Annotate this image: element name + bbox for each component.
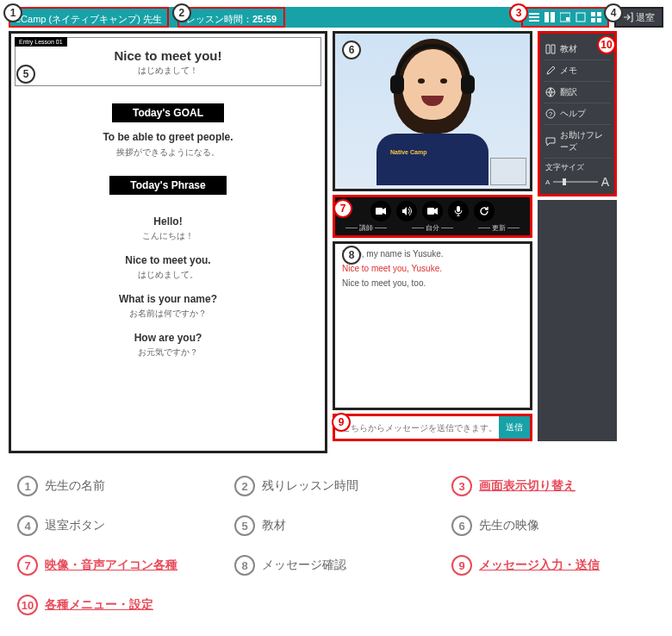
phrase-item: Hello! こんにちは！: [15, 215, 321, 242]
entry-tag: Entry Lesson 01: [15, 37, 67, 47]
marker-3: 3: [509, 3, 528, 22]
chat-message: Hello, my name is Yusuke.: [342, 249, 523, 259]
legend-grid: 1先生の名前 2残りレッスン時間 3画面表示切り替え 4退室ボタン 5教材 6先…: [17, 476, 655, 615]
side-item-translate[interactable]: 翻訳: [544, 82, 611, 103]
legend-text: 映像・音声アイコン各種: [45, 558, 177, 573]
legend-text: 先生の映像: [479, 518, 539, 533]
refresh-button[interactable]: [474, 201, 495, 221]
side-item-help[interactable]: ? ヘルプ: [544, 103, 611, 125]
material-title-en: Nice to meet you!: [19, 48, 317, 63]
phrase-en: What is your name?: [15, 293, 321, 305]
header-bar: eCamp (ネイティブキャンプ) 先生 1 レッスン時間：25:59 2 3 …: [9, 7, 663, 28]
svg-rect-1: [529, 16, 539, 18]
col-video-chat: 6 Native Camp 7: [333, 31, 532, 453]
instructor-figure: Native Camp: [402, 49, 463, 120]
legend-item[interactable]: 3画面表示切り替え: [451, 476, 655, 496]
book-icon: [545, 44, 556, 54]
legend-item[interactable]: 9メッセージ入力・送信: [451, 555, 655, 576]
legend-item[interactable]: 7映像・音声アイコン各種: [17, 555, 221, 576]
phrase-jp: こんにちは！: [15, 230, 321, 242]
phrase-item: How are you? お元気ですか？: [15, 332, 321, 359]
side-item-phrases[interactable]: お助けフレーズ: [544, 125, 611, 159]
chat-log-panel: 8 Hello, my name is Yusuke. Nice to meet…: [333, 241, 532, 410]
media-controls-panel: 7 講師 自分 更新: [333, 195, 532, 238]
instructor-camera-button[interactable]: [370, 201, 391, 221]
textsize-row: 文字サイズ A A: [544, 159, 611, 189]
self-mic-button[interactable]: [448, 201, 469, 221]
svg-rect-11: [597, 18, 601, 22]
shirt-logo: Native Camp: [390, 149, 426, 155]
legend-item: 5教材: [234, 515, 438, 536]
svg-text:?: ?: [549, 110, 553, 118]
media-controls: [339, 199, 526, 223]
svg-rect-10: [591, 18, 595, 22]
svg-rect-3: [544, 12, 549, 22]
side-label: 翻訳: [560, 86, 577, 98]
exit-label: 退室: [636, 11, 655, 24]
label-refresh: 更新: [476, 223, 521, 233]
goal-jp: 挨拶ができるようになる。: [15, 147, 321, 159]
side-item-memo[interactable]: メモ: [544, 60, 611, 82]
legend-text: 退室ボタン: [45, 518, 105, 533]
phrase-en: Hello!: [15, 215, 321, 228]
svg-rect-12: [376, 208, 383, 215]
phrase-jp: お名前は何ですか？: [15, 308, 321, 320]
svg-rect-13: [427, 208, 434, 215]
timer-label: レッスン時間：: [186, 14, 252, 24]
phrase-jp: お元気ですか？: [15, 346, 321, 359]
side-label: ヘルプ: [560, 108, 586, 120]
phrase-en: How are you?: [15, 332, 321, 344]
instructor-audio-button[interactable]: [396, 201, 417, 221]
phrase-band: Today's Phrase: [109, 176, 226, 195]
timer-value: 25:59: [252, 14, 277, 24]
chat-input[interactable]: [335, 416, 499, 439]
layout-full-icon[interactable]: [575, 11, 587, 23]
legend-text: 各種メニュー・設定: [45, 597, 153, 613]
self-camera-button[interactable]: [422, 201, 443, 221]
svg-rect-14: [457, 206, 460, 212]
svg-rect-4: [551, 12, 555, 22]
material-title-jp: はじめまして！: [19, 65, 317, 77]
marker-2: 2: [172, 3, 191, 22]
layout-list-icon[interactable]: [528, 11, 540, 23]
col-material: 5 Entry Lesson 01 Nice to meet you! はじめま…: [9, 31, 327, 453]
app-root: eCamp (ネイティブキャンプ) 先生 1 レッスン時間：25:59 2 3 …: [9, 7, 663, 453]
phrase-jp: はじめまして。: [15, 269, 321, 281]
legend-item: 4退室ボタン: [17, 515, 221, 536]
teacher-name: eCamp (ネイティブキャンプ) 先生: [16, 14, 162, 24]
textsize-max-icon: A: [601, 175, 609, 189]
send-button[interactable]: 送信: [499, 416, 530, 439]
exit-button[interactable]: 退室 4: [614, 7, 663, 28]
goal-band: Today's GOAL: [112, 103, 224, 122]
legend-text: 教材: [262, 518, 286, 533]
control-labels: 講師 自分 更新: [339, 223, 526, 234]
header-left: eCamp (ネイティブキャンプ) 先生 1 レッスン時間：25:59 2: [9, 7, 285, 28]
side-menu: 10 教材 メモ 翻訳 ? ヘルプ: [538, 31, 617, 196]
svg-rect-6: [566, 17, 569, 21]
header-spacer: [285, 7, 521, 28]
col-side: 10 教材 メモ 翻訳 ? ヘルプ: [538, 31, 617, 453]
chat-message: Nice to meet you, too.: [342, 278, 523, 288]
legend-item[interactable]: 10各種メニュー・設定: [17, 595, 221, 615]
material-header: Entry Lesson 01 Nice to meet you! はじめまして…: [15, 37, 321, 86]
legend-item: 8メッセージ確認: [234, 555, 438, 576]
layout-grid-icon[interactable]: [590, 11, 602, 23]
svg-rect-2: [529, 20, 539, 22]
self-video-pip[interactable]: [490, 158, 526, 185]
textsize-label: 文字サイズ: [545, 162, 609, 173]
textsize-min-icon: A: [545, 178, 550, 186]
teacher-name-chip: eCamp (ネイティブキャンプ) 先生 1: [9, 7, 169, 28]
legend-item: 2残りレッスン時間: [234, 476, 438, 496]
marker-9: 9: [332, 413, 351, 432]
legend-text: 残りレッスン時間: [262, 478, 358, 494]
goal-en: To be able to greet people.: [15, 131, 321, 143]
phrase-item: What is your name? お名前は何ですか？: [15, 293, 321, 320]
svg-rect-9: [597, 12, 601, 16]
chat-message: Nice to meet you, Yusuke.: [342, 264, 523, 273]
marker-10: 10: [597, 35, 616, 54]
legend-item: 6先生の映像: [451, 515, 655, 536]
layout-split-icon[interactable]: [544, 11, 556, 23]
side-filler: [538, 200, 617, 441]
layout-video-icon[interactable]: [559, 11, 571, 23]
textsize-slider[interactable]: A A: [545, 175, 609, 189]
